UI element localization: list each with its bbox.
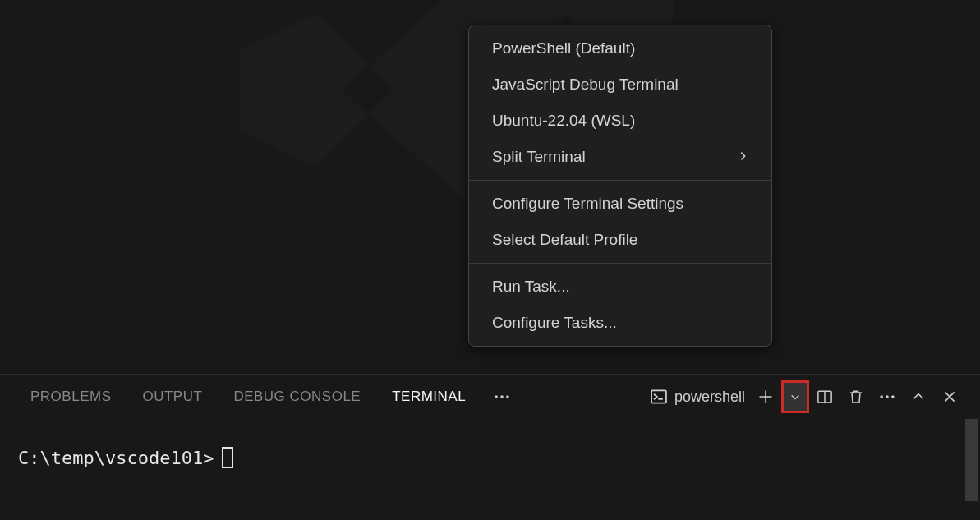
menu-item-label: Configure Terminal Settings bbox=[492, 195, 683, 213]
trash-icon bbox=[848, 389, 864, 405]
menu-item-configure-tasks[interactable]: Configure Tasks... bbox=[469, 305, 771, 341]
terminal-prompt: C:\temp\vscode101> bbox=[18, 448, 214, 468]
ellipsis-icon bbox=[878, 388, 896, 406]
menu-item-powershell[interactable]: PowerShell (Default) bbox=[469, 30, 771, 67]
menu-separator bbox=[469, 180, 771, 181]
panel-actions: powershell bbox=[642, 380, 965, 413]
svg-point-6 bbox=[886, 395, 889, 398]
menu-item-ubuntu-wsl[interactable]: Ubuntu-22.04 (WSL) bbox=[469, 103, 771, 139]
menu-item-label: Select Default Profile bbox=[492, 231, 637, 249]
maximize-panel-button[interactable] bbox=[903, 381, 934, 412]
menu-item-label: Run Task... bbox=[492, 278, 570, 296]
kill-terminal-button[interactable] bbox=[840, 381, 872, 412]
menu-separator bbox=[469, 263, 771, 264]
active-terminal-label[interactable]: powershell bbox=[642, 388, 750, 406]
close-icon bbox=[942, 389, 957, 404]
menu-item-select-default-profile[interactable]: Select Default Profile bbox=[469, 222, 771, 258]
tab-problems[interactable]: PROBLEMS bbox=[15, 377, 127, 416]
tab-output[interactable]: OUTPUT bbox=[127, 377, 218, 416]
menu-item-label: Split Terminal bbox=[492, 148, 586, 166]
more-actions-button[interactable] bbox=[872, 381, 903, 412]
svg-point-1 bbox=[500, 395, 504, 398]
terminal-line: C:\temp\vscode101> bbox=[18, 447, 962, 468]
panel-tabs: PROBLEMS OUTPUT DEBUG CONSOLE TERMINAL bbox=[15, 377, 522, 416]
split-terminal-button[interactable] bbox=[809, 381, 840, 412]
tab-debug-console[interactable]: DEBUG CONSOLE bbox=[218, 377, 376, 416]
svg-rect-3 bbox=[651, 390, 666, 403]
active-terminal-name: powershell bbox=[674, 389, 745, 406]
launch-profile-menu: PowerShell (Default) JavaScript Debug Te… bbox=[468, 25, 772, 347]
launch-profile-dropdown-button[interactable] bbox=[781, 380, 809, 413]
terminal-scrollbar[interactable] bbox=[965, 419, 978, 501]
tabs-overflow-button[interactable] bbox=[481, 388, 522, 406]
panel-tabbar: PROBLEMS OUTPUT DEBUG CONSOLE TERMINAL p… bbox=[0, 374, 980, 419]
menu-item-configure-terminal-settings[interactable]: Configure Terminal Settings bbox=[469, 186, 771, 222]
svg-point-0 bbox=[495, 395, 498, 398]
plus-icon bbox=[757, 389, 774, 405]
terminal-icon bbox=[650, 388, 668, 406]
chevron-up-icon bbox=[911, 389, 926, 404]
menu-item-label: JavaScript Debug Terminal bbox=[492, 76, 679, 94]
terminal-cursor bbox=[222, 447, 233, 468]
menu-item-label: PowerShell (Default) bbox=[492, 39, 635, 58]
svg-point-2 bbox=[506, 395, 509, 398]
chevron-right-icon bbox=[737, 148, 748, 166]
svg-point-5 bbox=[880, 395, 883, 398]
terminal-body[interactable]: C:\temp\vscode101> bbox=[0, 419, 980, 520]
split-horizontal-icon bbox=[817, 389, 833, 405]
new-terminal-button[interactable] bbox=[750, 381, 781, 412]
close-panel-button[interactable] bbox=[934, 381, 965, 412]
chevron-down-icon bbox=[789, 391, 801, 403]
svg-point-7 bbox=[891, 395, 895, 398]
tab-terminal[interactable]: TERMINAL bbox=[376, 377, 481, 416]
menu-item-js-debug-terminal[interactable]: JavaScript Debug Terminal bbox=[469, 67, 771, 103]
menu-item-split-terminal[interactable]: Split Terminal bbox=[469, 139, 771, 175]
menu-item-label: Configure Tasks... bbox=[492, 314, 617, 332]
menu-item-run-task[interactable]: Run Task... bbox=[469, 269, 771, 305]
menu-item-label: Ubuntu-22.04 (WSL) bbox=[492, 112, 635, 130]
